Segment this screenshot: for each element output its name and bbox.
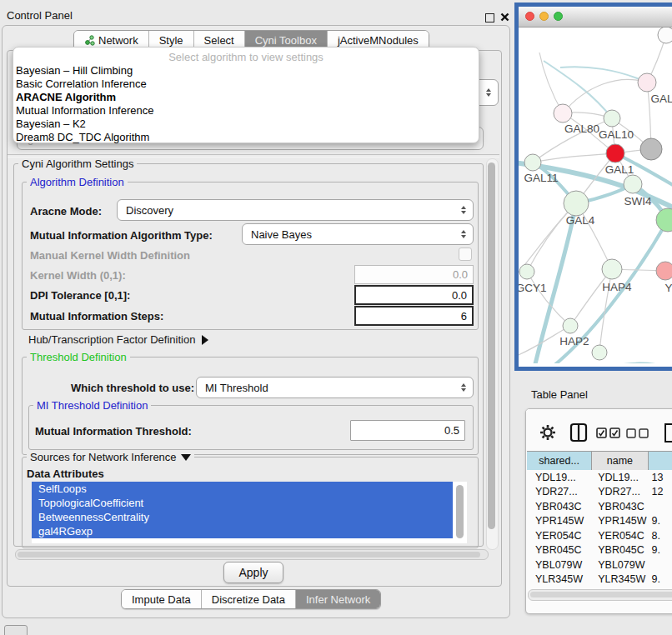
table-cell[interactable]: 12 xyxy=(649,486,672,498)
tab-infer-network[interactable]: Infer Network xyxy=(296,590,380,608)
dpi-tolerance-field[interactable]: 0.0 xyxy=(354,285,474,305)
minimize-traffic-light-icon[interactable] xyxy=(539,12,549,21)
network-node[interactable] xyxy=(656,208,672,232)
table-cell[interactable]: 9. xyxy=(649,515,672,527)
gear-icon[interactable] xyxy=(539,424,556,441)
checked-boxes-icon[interactable] xyxy=(596,428,621,439)
tab-cyni-toolbox-label: Cyni Toolbox xyxy=(255,34,317,47)
network-node[interactable] xyxy=(658,28,672,43)
manual-kernel-width-checkbox[interactable] xyxy=(459,248,472,261)
network-node-gal80[interactable] xyxy=(554,104,572,122)
table-row[interactable]: YLR345WYLR345W9. xyxy=(527,572,672,588)
mi-threshold-field[interactable]: 0.5 xyxy=(350,420,465,441)
panel-corner-button[interactable] xyxy=(4,625,28,635)
table-cell[interactable]: YER054C xyxy=(527,530,592,542)
table-row[interactable]: YBR045CYBR045C9. xyxy=(527,543,672,558)
table-cell[interactable]: 9. xyxy=(649,544,672,556)
network-node-gal11[interactable] xyxy=(524,154,541,171)
network-window-titlebar[interactable] xyxy=(519,7,672,28)
algorithm-option[interactable]: Dream8 DC_TDC Algorithm xyxy=(13,131,479,144)
mi-threshold-label: Mutual Information Threshold: xyxy=(35,425,192,438)
algorithm-option[interactable]: ARACNE Algorithm xyxy=(13,91,479,104)
which-threshold-combo[interactable]: MI Threshold xyxy=(196,377,474,398)
table-row[interactable]: YER054CYER054C8. xyxy=(527,528,672,543)
aracne-mode-combo[interactable]: Discovery xyxy=(117,199,474,221)
table-cell[interactable]: YLR345W xyxy=(527,573,592,585)
table-cell[interactable]: YDR27... xyxy=(592,486,648,498)
table-cell[interactable]: YBR043C xyxy=(592,501,648,512)
table-cell[interactable]: YBR045C xyxy=(527,544,592,556)
hub-definition-toggle[interactable]: Hub/Transcription Factor Definition xyxy=(28,333,208,346)
settings-horizontal-scrollbar[interactable] xyxy=(15,549,489,560)
table-row[interactable]: YIL052CYIL052C9. xyxy=(527,587,672,588)
algorithm-option[interactable]: Bayesian – Hill Climbing xyxy=(13,64,479,78)
table-cell[interactable]: YBL079W xyxy=(592,559,648,571)
network-node-gal10[interactable] xyxy=(604,110,620,127)
table-cell[interactable]: YPR145W xyxy=(527,515,592,527)
network-node-gal4[interactable] xyxy=(564,191,589,216)
column-header-shared-name[interactable]: shared... xyxy=(527,452,592,470)
tab-impute-data[interactable]: Impute Data xyxy=(122,590,202,608)
column-header-partial[interactable] xyxy=(649,452,672,470)
table-cell[interactable]: YDR27... xyxy=(527,486,592,498)
table-cell[interactable]: YBR045C xyxy=(592,544,648,556)
network-node[interactable] xyxy=(592,345,607,360)
table-cell[interactable]: YLR345W xyxy=(592,573,648,585)
table-cell[interactable]: 8. xyxy=(649,530,672,542)
sources-toggle[interactable]: Sources for Network Inference xyxy=(27,451,194,463)
split-columns-icon[interactable] xyxy=(569,422,588,442)
network-node-hap2[interactable] xyxy=(563,318,578,333)
scrollbar-thumb[interactable] xyxy=(488,162,495,529)
table-horizontal-scrollbar[interactable] xyxy=(528,589,672,601)
network-node-hap4[interactable] xyxy=(602,259,622,279)
network-graph[interactable]: GALGAL80GAL10GAL1GAL11SWI4GAL4GCY1HAP4YH… xyxy=(519,28,672,363)
table-cell[interactable]: YBR043C xyxy=(527,501,592,512)
network-canvas[interactable]: GALGAL80GAL10GAL1GAL11SWI4GAL4GCY1HAP4YH… xyxy=(519,28,672,363)
settings-vertical-scrollbar[interactable] xyxy=(486,158,499,550)
table-cell[interactable]: YPR145W xyxy=(592,515,648,527)
table-row[interactable]: YDL19...YDL19...13 xyxy=(527,470,672,485)
attribute-item[interactable]: TopologicalCoefficient xyxy=(32,496,453,510)
algorithm-definition-title: Algorithm Definition xyxy=(27,176,128,188)
table-row[interactable]: YDR27...YDR27...12 xyxy=(527,485,672,500)
column-header-name[interactable]: name xyxy=(592,452,648,470)
algorithm-option[interactable]: Basic Correlation Inference xyxy=(13,78,479,91)
float-icon[interactable] xyxy=(485,13,494,22)
mi-algorithm-type-combo[interactable]: Naive Bayes xyxy=(242,223,474,245)
network-node-swi4[interactable] xyxy=(624,175,642,193)
table-row[interactable]: YPR145WYPR145W9. xyxy=(527,514,672,529)
tab-discretize-data[interactable]: Discretize Data xyxy=(202,590,296,608)
algorithm-option[interactable]: Mutual Information Inference xyxy=(13,104,479,118)
attribute-item[interactable]: SelfLoops xyxy=(32,482,453,496)
table-cell[interactable]: YDL19... xyxy=(592,472,648,483)
algorithm-option[interactable]: Bayesian – K2 xyxy=(13,118,479,131)
scrollbar-thumb[interactable] xyxy=(18,552,480,558)
network-node-gal1[interactable] xyxy=(606,144,624,162)
table-cell[interactable]: YDL19... xyxy=(527,472,592,483)
zoom-traffic-light-icon[interactable] xyxy=(554,12,563,21)
network-window[interactable]: GALGAL80GAL10GAL1GAL11SWI4GAL4GCY1HAP4YH… xyxy=(514,2,672,371)
table-cell[interactable]: YER054C xyxy=(592,530,648,542)
table-row[interactable]: YBR043CYBR043C xyxy=(527,499,672,514)
network-node-y[interactable] xyxy=(656,262,672,280)
network-nodes[interactable]: GALGAL80GAL10GAL1GAL11SWI4GAL4GCY1HAP4YH… xyxy=(519,28,672,360)
document-icon[interactable] xyxy=(663,422,672,443)
network-node-gcy1[interactable] xyxy=(519,264,534,279)
mi-steps-field[interactable]: 6 xyxy=(354,306,474,326)
unchecked-boxes-icon[interactable] xyxy=(626,428,651,439)
table-cell[interactable]: 13 xyxy=(649,472,672,483)
close-icon[interactable] xyxy=(500,12,509,24)
table-row[interactable]: YBL079WYBL079W xyxy=(527,558,672,572)
close-traffic-light-icon[interactable] xyxy=(525,12,534,21)
apply-button[interactable]: Apply xyxy=(223,562,283,583)
network-node-gal[interactable] xyxy=(638,73,656,92)
kernel-width-field[interactable]: 0.0 xyxy=(354,265,474,284)
node-label: HAP4 xyxy=(602,281,632,293)
attribute-item[interactable]: BetweennessCentrality xyxy=(32,510,453,524)
attribute-item[interactable]: gal4RGexp xyxy=(32,524,453,538)
table-cell[interactable]: YBL079W xyxy=(527,559,592,571)
table-cell[interactable]: 9. xyxy=(649,573,672,585)
network-node[interactable] xyxy=(640,138,662,160)
scrollbar-thumb[interactable] xyxy=(530,592,672,598)
attributes-scrollbar[interactable] xyxy=(456,485,464,538)
